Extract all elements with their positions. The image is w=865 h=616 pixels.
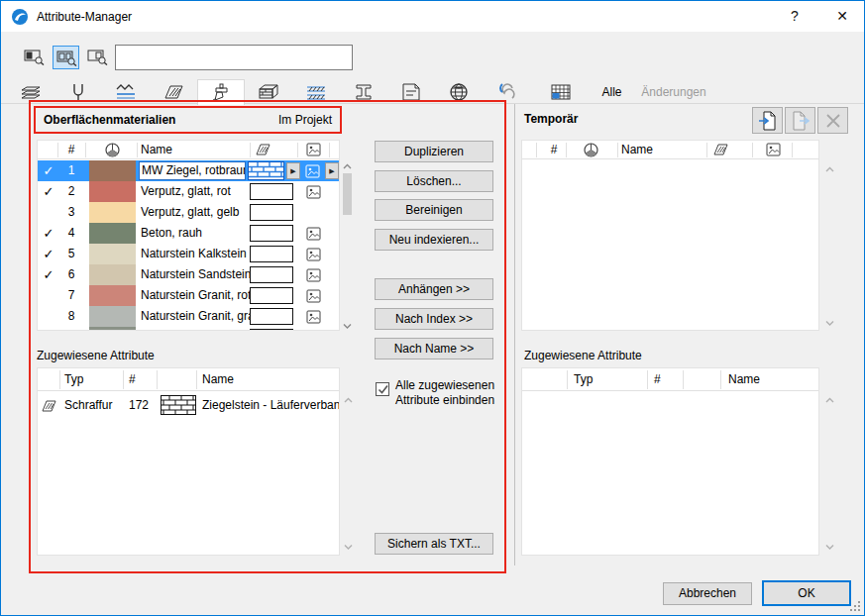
texture-dropdown-button[interactable]: ▶ — [325, 162, 339, 179]
row-index: 2 — [57, 181, 85, 202]
tab-alle[interactable]: Alle — [589, 81, 635, 103]
tab-surfaces[interactable] — [197, 79, 245, 105]
tab-composites[interactable] — [245, 79, 292, 104]
resize-grip[interactable] — [849, 600, 861, 612]
annotation-rectangle-header: Oberflächenmaterialien Im Projekt — [34, 106, 342, 134]
right-assigned-table: Typ # Name — [521, 367, 819, 556]
row-name: Beton, rauh — [141, 223, 250, 244]
scroll-down-icon[interactable] — [822, 540, 837, 554]
fill-dropdown-button[interactable]: ▶ — [286, 162, 300, 179]
search-input[interactable] — [115, 45, 353, 70]
close-icon[interactable]: ✕ — [822, 1, 862, 32]
texture-column-icon — [766, 143, 781, 156]
left-panel-scope: Im Projekt — [278, 113, 332, 127]
table-row[interactable]: 3 Verputz, glatt, gelb — [38, 202, 339, 223]
tab-line-types[interactable] — [102, 79, 150, 104]
table-row[interactable]: ✓ 6 Naturstein Sandstein,... — [38, 264, 339, 285]
globe-icon — [105, 143, 120, 157]
bereinigen-button[interactable]: Bereinigen — [375, 199, 493, 221]
column-header-name: Name — [141, 141, 172, 159]
fill-pattern-swatch — [250, 204, 293, 221]
filter-left-pane-icon[interactable] — [21, 46, 48, 69]
row-check: ✓ — [40, 244, 57, 264]
tab-fill-types[interactable] — [150, 79, 197, 104]
table-row[interactable]: 8 Naturstein Granit, grau — [38, 306, 339, 327]
texture-icon — [306, 310, 321, 324]
color-swatch — [89, 181, 136, 202]
panel-divider — [514, 104, 515, 565]
operation-profiles-icon — [494, 82, 518, 102]
anhaengen-button[interactable]: Anhängen >> — [375, 278, 493, 300]
title-bar: Attribute-Manager ? ✕ — [1, 1, 864, 32]
help-button[interactable]: ? — [775, 1, 814, 32]
tab-profiles[interactable] — [340, 79, 387, 104]
neu-indexieren-button[interactable]: Neu indexieren... — [375, 229, 493, 251]
fill-pattern-swatch[interactable] — [248, 161, 284, 180]
duplizieren-button[interactable]: Duplizieren — [375, 141, 493, 162]
table-row[interactable]: 7 Naturstein Granit, rot... — [38, 285, 339, 306]
table-row[interactable]: ✓ 4 Beton, rauh — [38, 223, 339, 244]
filter-both-panes-icon[interactable] — [53, 46, 79, 69]
materials-scrollbar[interactable] — [340, 157, 355, 331]
scroll-up-icon[interactable] — [341, 393, 356, 407]
scroll-down-icon[interactable] — [341, 540, 356, 554]
fill-pattern-swatch — [250, 225, 293, 242]
row-name: Naturstein Granit, rot... — [141, 285, 250, 306]
texture-icon — [306, 227, 321, 241]
filter-right-pane-icon[interactable] — [84, 46, 111, 69]
nach-name-button[interactable]: Nach Name >> — [375, 338, 493, 359]
import-file-button[interactable] — [752, 107, 783, 134]
checkbox-label[interactable]: Alle zugewiesenen Attribute einbinden — [395, 378, 494, 408]
tab-cities[interactable] — [435, 79, 483, 104]
name-edit-field[interactable]: MW Ziegel, rotbraun, D — [139, 161, 246, 180]
table-row[interactable] — [38, 327, 339, 331]
scroll-up-icon[interactable] — [822, 162, 837, 176]
table-row[interactable]: ✓ 5 Naturstein Kalkstein — [38, 244, 339, 264]
tab-zone-categories[interactable] — [387, 79, 435, 104]
alle-attribute-checkbox[interactable] — [376, 382, 389, 396]
right-assigned-header: Typ # Name — [522, 368, 818, 391]
tab-operation-profiles[interactable] — [483, 79, 530, 104]
sichern-als-txt-button[interactable]: Sichern als TXT... — [375, 533, 493, 555]
materials-table: # Name ✓ 1 — [37, 140, 340, 331]
fill-pattern-swatch — [250, 287, 293, 304]
attribute-manager-dialog: Attribute-Manager ? ✕ — [0, 0, 865, 616]
row-index: 4 — [57, 223, 85, 244]
scroll-up-icon[interactable] — [822, 393, 837, 407]
line-types-icon — [114, 82, 138, 102]
texture-icon — [306, 268, 321, 282]
tab-building-materials[interactable] — [292, 79, 340, 104]
scrollbar-thumb[interactable] — [343, 173, 352, 215]
assigned-typ: Schraffur — [64, 392, 122, 418]
composites-icon — [257, 82, 280, 102]
nach-index-button[interactable]: Nach Index >> — [375, 308, 493, 330]
tab-layers[interactable] — [7, 79, 54, 104]
tab-pens[interactable] — [54, 79, 102, 104]
row-index: 7 — [57, 285, 85, 306]
abbrechen-button[interactable]: Abbrechen — [663, 582, 752, 605]
texture-column-icon — [306, 143, 321, 156]
column-header-name: Name — [621, 141, 653, 159]
loeschen-button[interactable]: Löschen... — [375, 170, 493, 192]
cities-icon — [447, 82, 471, 102]
archicad-logo-icon — [11, 8, 29, 26]
tab-mep-systems[interactable] — [537, 79, 585, 104]
delete-icon — [824, 111, 842, 131]
temporaer-table: # Name — [521, 140, 819, 331]
scroll-down-icon[interactable] — [822, 316, 837, 330]
table-row[interactable]: ✓ 1 MW Ziegel, rotbraun, D ▶ ▶ — [38, 160, 339, 181]
row-name: Verputz, glatt, gelb — [141, 202, 250, 223]
scroll-up-icon[interactable] — [340, 159, 355, 173]
texture-button[interactable] — [301, 161, 323, 180]
ok-button[interactable]: OK — [762, 580, 851, 606]
pens-icon — [66, 82, 90, 102]
assigned-row[interactable]: Schraffur 172 Ziegelstein - Läuferverban… — [38, 392, 339, 418]
table-row[interactable]: ✓ 2 Verputz, glatt, rot — [38, 181, 339, 202]
color-swatch — [89, 306, 136, 327]
scroll-down-icon[interactable] — [340, 319, 355, 333]
row-index: 3 — [57, 202, 85, 223]
color-swatch — [89, 202, 136, 223]
color-swatch — [89, 160, 136, 181]
texture-icon — [306, 289, 321, 303]
column-header-num: # — [654, 368, 661, 391]
